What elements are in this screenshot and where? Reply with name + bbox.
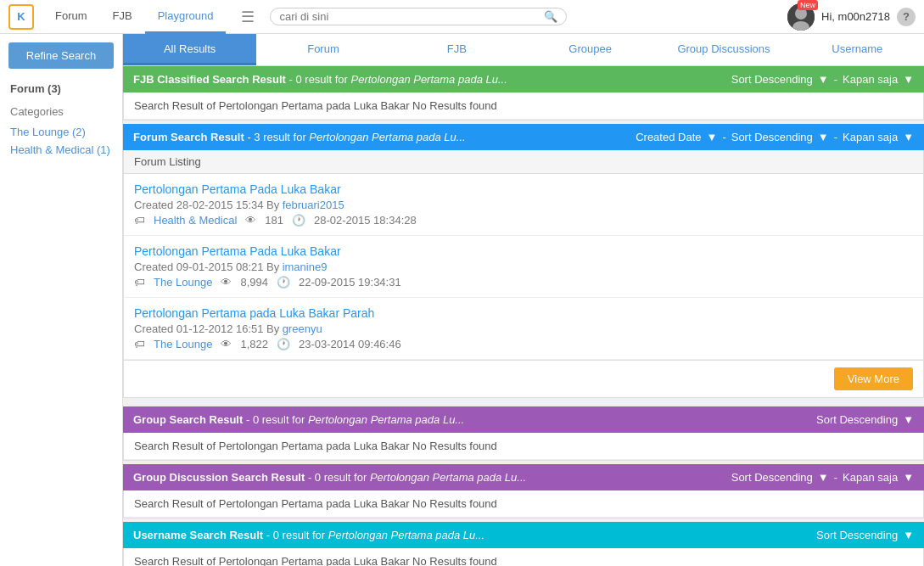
sidebar-link-health[interactable]: Health & Medical (1) bbox=[0, 141, 122, 159]
group-sort-label[interactable]: Sort Descending bbox=[816, 413, 898, 426]
forum-result-query: Pertolongan Pertama pada Lu... bbox=[309, 131, 465, 143]
forum-item-author[interactable]: greenyu bbox=[283, 322, 322, 335]
username-result-section: Username Search Result - 0 result for Pe… bbox=[123, 522, 924, 566]
group-discussion-result-controls: Sort Descending ▼ - Kapan saja ▼ bbox=[731, 471, 914, 484]
forum-item-last-post: 23-03-2014 09:46:46 bbox=[299, 338, 401, 350]
tab-username[interactable]: Username bbox=[791, 34, 924, 65]
tab-forum[interactable]: Forum bbox=[256, 34, 389, 65]
username-sort-arrow[interactable]: ▼ bbox=[903, 529, 914, 541]
forum-item-tag[interactable]: The Lounge bbox=[154, 276, 212, 289]
new-badge: New bbox=[798, 0, 818, 10]
forum-result-controls: Created Date ▼ - Sort Descending ▼ - Kap… bbox=[636, 131, 914, 143]
fjb-kapan-label[interactable]: Kapan saja bbox=[843, 73, 898, 86]
forum-item-tags: 🏷 The Lounge 👁 1,822 🕐 23-03-2014 09:46:… bbox=[134, 338, 913, 350]
group-discussion-result-header: Group Discussion Search Result - 0 resul… bbox=[123, 464, 924, 490]
forum-item-title[interactable]: Pertolongan Pertama pada Luka Bakar Para… bbox=[134, 306, 913, 320]
username-result-title: Username Search Result bbox=[133, 529, 263, 541]
nav-playground[interactable]: Playground bbox=[145, 0, 227, 34]
views-icon: 👁 bbox=[245, 214, 256, 227]
forum-listing-header: Forum Listing bbox=[124, 150, 923, 174]
fjb-result-header: FJB Classified Search Result - 0 result … bbox=[123, 66, 924, 92]
forum-item-last-post: 22-09-2015 19:34:31 bbox=[299, 276, 401, 289]
username-sort-label[interactable]: Sort Descending bbox=[816, 529, 898, 541]
fjb-result-controls: Sort Descending ▼ - Kapan saja ▼ bbox=[731, 73, 914, 86]
group-discussion-sort-label[interactable]: Sort Descending bbox=[731, 471, 813, 484]
group-result-subtitle: - 0 result for bbox=[246, 413, 308, 426]
nav-fjb[interactable]: FJB bbox=[100, 0, 145, 34]
views-icon: 👁 bbox=[221, 338, 232, 350]
group-result-controls: Sort Descending ▼ bbox=[816, 413, 914, 426]
hamburger-icon[interactable]: ☰ bbox=[234, 8, 261, 26]
forum-kapan-arrow[interactable]: ▼ bbox=[903, 131, 914, 143]
forum-item-views: 1,822 bbox=[240, 338, 268, 350]
forum-item-title[interactable]: Pertolongan Pertama Pada Luka Bakar bbox=[134, 244, 913, 258]
tab-group-discussions[interactable]: Group Discussions bbox=[657, 34, 790, 65]
forum-item-title[interactable]: Pertolongan Pertama Pada Luka Bakar bbox=[134, 182, 913, 196]
help-icon[interactable]: ? bbox=[897, 8, 916, 26]
forum-item: Pertolongan Pertama Pada Luka Bakar Crea… bbox=[124, 236, 923, 298]
fjb-result-subtitle: - 0 result for bbox=[289, 73, 351, 86]
group-result-title: Group Search Result bbox=[133, 413, 243, 426]
group-discussion-kapan-label[interactable]: Kapan saja bbox=[843, 471, 898, 484]
forum-item-tags: 🏷 Health & Medical 👁 181 🕐 28-02-2015 18… bbox=[134, 214, 913, 227]
forum-created-date-arrow[interactable]: ▼ bbox=[707, 131, 718, 143]
forum-item-tag[interactable]: The Lounge bbox=[154, 338, 212, 350]
group-result-query: Pertolongan Pertama pada Lu... bbox=[308, 413, 464, 426]
group-result-section: Group Search Result - 0 result for Perto… bbox=[123, 406, 924, 461]
content: All Results Forum FJB Groupee Group Disc… bbox=[123, 34, 924, 566]
fjb-sort-arrow[interactable]: ▼ bbox=[818, 73, 829, 86]
forum-item-tag[interactable]: Health & Medical bbox=[154, 214, 237, 227]
forum-sort-label[interactable]: Sort Descending bbox=[731, 131, 813, 143]
fjb-kapan-arrow[interactable]: ▼ bbox=[903, 73, 914, 86]
fjb-sort-label[interactable]: Sort Descending bbox=[731, 73, 813, 86]
username-result-controls: Sort Descending ▼ bbox=[816, 529, 914, 541]
view-more-button[interactable]: View More bbox=[834, 367, 913, 390]
fjb-result-title: FJB Classified Search Result bbox=[133, 73, 286, 86]
search-input[interactable] bbox=[279, 10, 544, 23]
forum-item-last-post: 28-02-2015 18:34:28 bbox=[314, 214, 417, 227]
logo[interactable]: K bbox=[8, 4, 34, 30]
group-sort-arrow[interactable]: ▼ bbox=[903, 413, 914, 426]
forum-sort-sep2: - bbox=[834, 131, 837, 143]
group-discussion-result-section: Group Discussion Search Result - 0 resul… bbox=[123, 464, 924, 518]
username-no-result: Search Result of Pertolongan Pertama pad… bbox=[124, 548, 923, 566]
header: K Forum FJB Playground ☰ 🔍 New Hi, m00n2… bbox=[0, 0, 924, 34]
forum-sort-arrow[interactable]: ▼ bbox=[818, 131, 829, 143]
forum-item-views: 181 bbox=[265, 214, 283, 227]
tab-groupee[interactable]: Groupee bbox=[524, 34, 657, 65]
forum-sort-sep1: - bbox=[722, 131, 725, 143]
group-discussion-sep: - bbox=[834, 471, 837, 484]
forum-item: Pertolongan Pertama pada Luka Bakar Para… bbox=[124, 298, 923, 360]
refine-search-button[interactable]: Refine Search bbox=[8, 42, 114, 69]
search-icon[interactable]: 🔍 bbox=[544, 10, 557, 23]
forum-item-author[interactable]: imanine9 bbox=[283, 261, 328, 273]
group-discussion-sort-arrow[interactable]: ▼ bbox=[818, 471, 829, 484]
view-more-row: View More bbox=[123, 361, 924, 398]
forum-item-meta: Created 28-02-2015 15:34 By februari2015 bbox=[134, 199, 913, 211]
fjb-result-section: FJB Classified Search Result - 0 result … bbox=[123, 66, 924, 120]
tab-all-results[interactable]: All Results bbox=[123, 34, 256, 65]
username-result-subtitle: - 0 result for bbox=[266, 529, 328, 541]
forum-created-date-label[interactable]: Created Date bbox=[636, 131, 701, 143]
sidebar-link-lounge[interactable]: The Lounge (2) bbox=[0, 123, 122, 141]
clock-icon: 🕐 bbox=[277, 338, 290, 350]
search-bar: 🔍 bbox=[270, 8, 567, 25]
header-right: New Hi, m00n2718 ? bbox=[787, 3, 916, 31]
clock-icon: 🕐 bbox=[277, 276, 290, 289]
username-result-query: Pertolongan Pertama pada Lu... bbox=[328, 529, 484, 541]
forum-item-author[interactable]: februari2015 bbox=[283, 199, 344, 211]
forum-item-meta: Created 09-01-2015 08:21 By imanine9 bbox=[134, 261, 913, 273]
fjb-no-result: Search Result of Pertolongan Pertama pad… bbox=[124, 92, 923, 120]
sidebar-forum-section: Forum (3) bbox=[0, 77, 122, 100]
group-discussion-no-result: Search Result of Pertolongan Pertama pad… bbox=[124, 490, 923, 518]
tabs: All Results Forum FJB Groupee Group Disc… bbox=[123, 34, 924, 66]
nav-forum[interactable]: Forum bbox=[42, 0, 100, 34]
group-discussion-kapan-arrow[interactable]: ▼ bbox=[903, 471, 914, 484]
forum-item-tags: 🏷 The Lounge 👁 8,994 🕐 22-09-2015 19:34:… bbox=[134, 276, 913, 289]
main-layout: Refine Search Forum (3) Categories The L… bbox=[0, 34, 924, 566]
group-result-header: Group Search Result - 0 result for Perto… bbox=[123, 406, 924, 433]
forum-kapan-label[interactable]: Kapan saja bbox=[843, 131, 898, 143]
tab-fjb[interactable]: FJB bbox=[390, 34, 524, 65]
sidebar: Refine Search Forum (3) Categories The L… bbox=[0, 34, 123, 566]
sidebar-categories-label: Categories bbox=[0, 100, 122, 123]
